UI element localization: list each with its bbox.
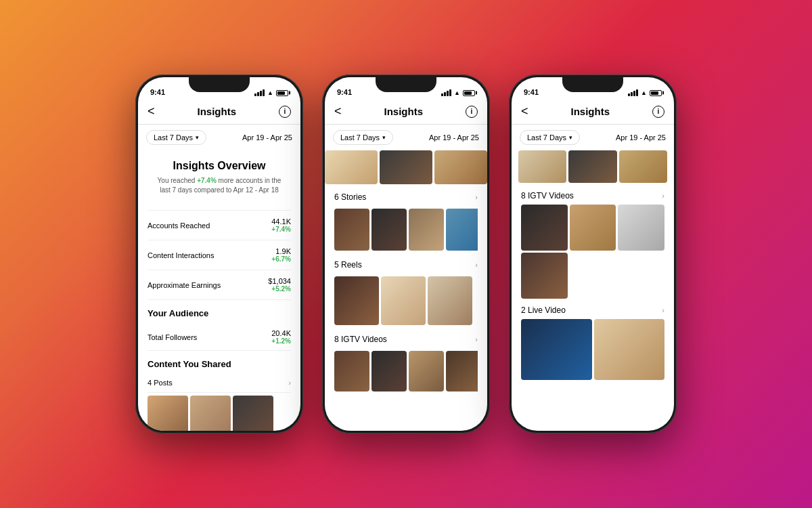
reels-label: 5 Reels xyxy=(334,260,362,270)
nav-bar-2: < Insights i xyxy=(325,99,487,125)
live-g2 xyxy=(594,319,665,380)
top-grid-3 xyxy=(619,150,667,183)
back-button-3[interactable]: < xyxy=(521,104,528,119)
wifi-icon-3: ▲ xyxy=(641,89,647,96)
top-thumb-2 xyxy=(380,150,432,184)
live-g1 xyxy=(521,319,592,380)
metric-label-earnings: Approximate Earnings xyxy=(148,281,221,289)
phone-3: 9:41 ▲ < Insights i Last 7 Days Apr 19 -… xyxy=(509,75,677,433)
igtv-thumb-2-2 xyxy=(371,351,407,391)
followers-label: Total Followers xyxy=(148,333,197,341)
igtv-g3 xyxy=(618,205,664,251)
wifi-icon-1: ▲ xyxy=(267,89,273,96)
igtv-thumb-2-4 xyxy=(446,351,478,391)
phone-2: 9:41 ▲ < Insights i Last 7 Days Apr 19 -… xyxy=(322,75,490,433)
metrics-list: Accounts Reached 44.1K +7.4% Content Int… xyxy=(148,210,291,300)
phone-1: 9:41 ▲ < Insights i Last 7 Days Apr 19 -… xyxy=(135,75,303,433)
igtv-thumb-2-1 xyxy=(334,351,369,391)
live-grid xyxy=(521,319,664,380)
stories-chevron: › xyxy=(475,193,478,201)
top-thumb-3 xyxy=(434,150,487,184)
scroll-content-1: Insights Overview You reached +7.4% more… xyxy=(138,150,300,431)
post-thumb-3 xyxy=(233,396,273,431)
audience-heading: Your Audience xyxy=(148,308,291,318)
battery-icon-1 xyxy=(276,90,288,96)
igtv-row-2[interactable]: 8 IGTV Videos › xyxy=(334,328,478,348)
igtv-label-2: 8 IGTV Videos xyxy=(334,335,387,344)
reel-thumb-3 xyxy=(428,276,472,325)
status-time-3: 9:41 xyxy=(524,88,539,96)
metric-label-interactions: Content Interactions xyxy=(148,251,214,259)
posts-chevron: › xyxy=(288,379,291,387)
igtv-thumb-2-3 xyxy=(409,351,444,391)
metric-value-earnings: $1,034 +5.2% xyxy=(268,277,291,293)
stories-label: 6 Stories xyxy=(334,192,366,202)
posts-label: 4 Posts xyxy=(148,379,173,387)
signal-icon-1 xyxy=(254,89,265,96)
period-filter-2[interactable]: Last 7 Days xyxy=(333,130,393,145)
period-filter-1[interactable]: Last 7 Days xyxy=(146,130,206,145)
metric-label-accounts: Accounts Reached xyxy=(148,221,210,230)
wifi-icon-2: ▲ xyxy=(454,89,460,96)
back-button-2[interactable]: < xyxy=(334,104,342,119)
overview-subtitle: You reached +7.4% more accounts in the l… xyxy=(157,176,281,195)
igtv-row-3[interactable]: 8 IGTV Videos › xyxy=(521,184,664,205)
top-thumb-1 xyxy=(325,150,378,184)
top-grid-1 xyxy=(518,150,566,183)
status-time-2: 9:41 xyxy=(337,88,352,96)
stories-row[interactable]: 6 Stories › xyxy=(334,186,478,206)
scroll-content-3: 8 IGTV Videos › 2 Live Video › xyxy=(512,184,674,431)
overview-title: Insights Overview xyxy=(157,160,281,172)
nav-title-2: Insights xyxy=(384,106,424,117)
filter-bar-3: Last 7 Days Apr 19 - Apr 25 xyxy=(512,125,674,150)
audience-followers-row[interactable]: Total Followers 20.4K +1.2% xyxy=(148,324,291,351)
story-thumb-3 xyxy=(409,209,444,251)
info-button-2[interactable]: i xyxy=(466,106,478,118)
post-thumb-1 xyxy=(148,396,188,431)
igtv-g4 xyxy=(521,253,568,299)
metric-accounts: Accounts Reached 44.1K +7.4% xyxy=(148,211,291,240)
stories-thumbs xyxy=(334,206,478,253)
signal-icon-2 xyxy=(441,89,451,96)
story-thumb-1 xyxy=(334,209,369,251)
igtv-thumbs-2 xyxy=(334,348,478,394)
date-range-3: Apr 19 - Apr 25 xyxy=(616,133,666,142)
posts-row[interactable]: 4 Posts › xyxy=(148,373,291,393)
reel-thumb-2 xyxy=(381,276,426,325)
info-button-3[interactable]: i xyxy=(652,106,664,118)
date-range-2: Apr 19 - Apr 25 xyxy=(429,133,479,142)
reel-thumb-1 xyxy=(334,276,379,325)
status-icons-3: ▲ xyxy=(628,89,662,96)
overview-section: Insights Overview You reached +7.4% more… xyxy=(148,150,291,210)
notch-1 xyxy=(189,77,250,92)
story-thumb-2 xyxy=(371,209,407,251)
metric-value-interactions: 1.9K +6.7% xyxy=(271,247,291,263)
status-icons-2: ▲ xyxy=(441,89,475,96)
filter-bar-2: Last 7 Days Apr 19 - Apr 25 xyxy=(325,125,487,150)
nav-bar-1: < Insights i xyxy=(138,99,300,125)
back-button-1[interactable]: < xyxy=(148,104,155,119)
reels-row[interactable]: 5 Reels › xyxy=(334,253,478,274)
nav-title-3: Insights xyxy=(571,106,610,117)
igtv-grid-3 xyxy=(521,205,664,299)
battery-icon-3 xyxy=(650,90,662,96)
filter-bar-1: Last 7 Days Apr 19 - Apr 25 xyxy=(138,125,300,150)
status-icons-1: ▲ xyxy=(254,89,288,96)
date-range-1: Apr 19 - Apr 25 xyxy=(242,133,292,142)
live-label: 2 Live Video xyxy=(521,305,566,315)
live-chevron: › xyxy=(662,306,664,314)
metric-interactions: Content Interactions 1.9K +6.7% xyxy=(148,240,291,270)
igtv-chevron-2: › xyxy=(475,335,478,343)
notch-3 xyxy=(562,77,623,92)
post-thumb-2 xyxy=(190,396,231,431)
info-button-1[interactable]: i xyxy=(279,106,291,118)
period-filter-3[interactable]: Last 7 Days xyxy=(520,130,580,145)
signal-icon-3 xyxy=(628,89,638,96)
igtv-chevron-3: › xyxy=(662,192,664,200)
notch-2 xyxy=(376,77,436,92)
status-time-1: 9:41 xyxy=(150,88,165,96)
top-grid-2 xyxy=(568,150,616,183)
nav-title-1: Insights xyxy=(198,106,237,117)
scroll-content-2: 6 Stories › 5 Reels › 8 IGTV Vide xyxy=(325,186,487,431)
live-row[interactable]: 2 Live Video › xyxy=(521,299,664,319)
